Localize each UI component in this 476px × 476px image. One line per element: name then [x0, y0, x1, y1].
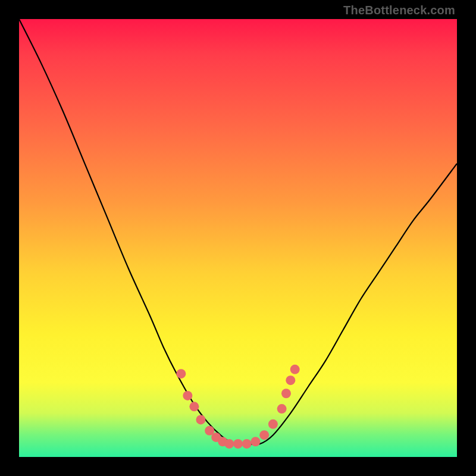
attribution-text: TheBottleneck.com	[343, 4, 455, 17]
curve-markers	[176, 365, 299, 449]
curve-marker	[286, 375, 295, 385]
chart-frame: TheBottleneck.com	[0, 0, 476, 476]
curve-svg	[19, 19, 457, 457]
plot-area	[19, 19, 457, 457]
bottleneck-curve	[19, 19, 457, 444]
curve-marker	[196, 415, 205, 424]
curve-marker	[281, 389, 291, 398]
curve-marker	[242, 439, 252, 449]
curve-marker	[250, 437, 260, 446]
curve-marker	[259, 430, 269, 440]
curve-marker	[224, 439, 234, 449]
curve-marker	[189, 402, 199, 411]
curve-marker	[176, 369, 186, 378]
curve-marker	[233, 439, 243, 449]
curve-marker	[290, 365, 300, 374]
curve-marker	[277, 404, 287, 414]
curve-marker	[268, 419, 278, 429]
curve-marker	[183, 391, 192, 400]
